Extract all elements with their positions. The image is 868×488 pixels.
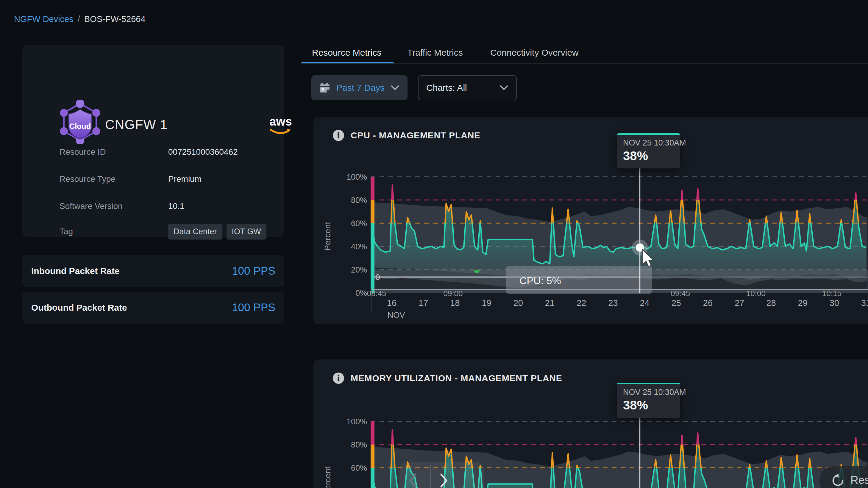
x-time-label: 10:00: [746, 289, 766, 298]
restart-icon: [831, 473, 845, 487]
x-day-label: 30: [830, 298, 839, 308]
breadcrumb-separator: /: [78, 14, 80, 24]
x-day-label: 21: [545, 298, 555, 308]
device-field-row: Resource ID007251000360462: [60, 147, 274, 157]
y-tick-label: 0%: [355, 289, 367, 298]
x-time-label: 09:45: [671, 289, 690, 298]
x-day-label: 31: [861, 298, 868, 308]
device-field-label: Resource ID: [60, 147, 168, 157]
device-field-label: Resource Type: [60, 174, 168, 184]
tab-connectivity-overview[interactable]: Connectivity Overview: [490, 47, 579, 58]
breadcrumb-current: BOS-FW-52664: [84, 14, 146, 24]
chevron-right-icon[interactable]: [439, 472, 449, 488]
charts-dropdown[interactable]: Charts: All: [418, 75, 517, 100]
x-day-label: 16: [387, 298, 397, 308]
x-month-label: NOV: [388, 311, 405, 320]
x-day-label: 29: [798, 298, 807, 308]
tab-resource-metrics[interactable]: Resource Metrics: [312, 47, 381, 58]
memory-chart-card: 16171819202122232425262728293031NOV0%20%…: [313, 359, 868, 488]
device-field-value: 10.1: [168, 201, 185, 211]
y-tick-label: 60%: [351, 219, 367, 228]
x-day-label: 26: [703, 298, 713, 308]
pager-divider: [430, 465, 431, 488]
stat-value: 100 PPS: [232, 265, 275, 277]
device-field-row: TagData CenterIOT GW: [60, 227, 274, 239]
tag-chip: Data Center: [168, 224, 222, 239]
tooltip-value: 38%: [623, 398, 680, 413]
stat-label: Inbound Packet Rate: [31, 266, 120, 276]
restart-button[interactable]: Restart: [819, 466, 868, 488]
info-icon[interactable]: i: [333, 130, 344, 141]
device-icon-label: Cloud: [69, 122, 91, 130]
y-axis-title: Percent: [323, 222, 332, 251]
device-field-value: 007251000360462: [168, 147, 238, 157]
memory-chart-title: MEMORY UTILIZATION - MANAGEMENT PLANE: [351, 373, 562, 383]
device-field-label: Tag: [60, 227, 168, 239]
tooltip-value: 38%: [623, 149, 680, 163]
aws-logo-icon: aws: [268, 113, 293, 138]
chevron-left-icon[interactable]: [408, 472, 418, 488]
y-tick-label: 40%: [351, 242, 367, 251]
stat-value: 100 PPS: [232, 301, 275, 314]
charts-dropdown-label: Charts: All: [426, 83, 467, 93]
device-name: CNGFW 1: [105, 117, 167, 132]
tooltip-timestamp: NOV 25 10:30AM: [623, 388, 680, 397]
date-range-label: Past 7 Days: [336, 83, 384, 93]
calendar-icon: [319, 82, 331, 93]
cpu-chart-title: CPU - MANAGEMENT PLANE: [351, 130, 480, 140]
x-day-label: 25: [672, 298, 681, 308]
x-day-label: 20: [514, 298, 523, 308]
svg-text:aws: aws: [269, 115, 292, 128]
x-day-label: 18: [450, 298, 460, 308]
hover-readout-text: CPU: 5%: [520, 275, 561, 286]
tooltip-timestamp: NOV 25 10:30AM: [623, 138, 680, 148]
cpu-hover-tooltip: NOV 25 10:30AM 38%: [617, 133, 680, 168]
device-field-row: Resource TypePremium: [60, 174, 274, 184]
x-day-label: 17: [418, 298, 428, 308]
x-day-label: 19: [482, 298, 491, 308]
y-tick-label: 100%: [346, 172, 367, 182]
cloud-shield-hexagon-icon: Cloud: [59, 100, 101, 144]
yaxis-band-critical: [371, 421, 374, 445]
yaxis-band-critical: [371, 177, 374, 200]
device-info-card: Cloud CNGFW 1 aws Resource ID00725100036…: [22, 45, 284, 237]
y-tick-label: 80%: [351, 441, 367, 449]
x-time-label: 08:45: [367, 289, 386, 298]
memory-hover-tooltip: NOV 25 10:30AM 38%: [617, 383, 680, 418]
x-day-label: 28: [766, 298, 776, 308]
y-tick-label: 60%: [351, 464, 367, 473]
breadcrumb: NGFW Devices / BOS-FW-52664: [14, 14, 146, 24]
yaxis-band-warning: [371, 200, 374, 223]
device-field-value: Premium: [168, 174, 202, 184]
inbound-packet-rate-card: Inbound Packet Rate100 PPS: [22, 255, 284, 287]
tag-chip: IOT GW: [226, 224, 267, 239]
cpu-chart-card: 008:4509:0009:4510:0010:1516171819202122…: [313, 117, 868, 324]
y-tick-label: 100%: [346, 417, 367, 426]
tab-traffic-metrics[interactable]: Traffic Metrics: [407, 47, 463, 58]
chart-pager: [400, 462, 484, 488]
chevron-down-icon: [391, 85, 400, 91]
date-range-dropdown[interactable]: Past 7 Days: [311, 75, 407, 100]
navigator-zero-label: 0: [375, 272, 380, 282]
y-tick-label: 80%: [351, 196, 367, 205]
cpu-chart-plot[interactable]: 008:4509:0009:4510:0010:1516171819202122…: [313, 117, 868, 324]
chevron-down-icon: [499, 85, 508, 91]
x-time-label: 09:00: [443, 289, 463, 298]
tab-strip-divider: [301, 63, 868, 64]
x-day-label: 22: [577, 298, 586, 308]
info-icon[interactable]: i: [333, 372, 344, 384]
y-tick-label: 20%: [351, 265, 367, 274]
restart-button-label: Restart: [850, 474, 868, 487]
stat-label: Outbound Packet Rate: [31, 303, 127, 313]
y-axis-title: Percent: [323, 466, 332, 488]
device-field-row: Software Version10.1: [60, 201, 274, 211]
x-day-label: 27: [735, 298, 744, 308]
y-tick-label: 40%: [351, 487, 367, 488]
x-day-label: 24: [640, 298, 649, 308]
yaxis-band-warning: [371, 445, 374, 468]
breadcrumb-parent-link[interactable]: NGFW Devices: [14, 14, 73, 24]
x-time-label: 10:15: [822, 289, 841, 298]
device-field-label: Software Version: [60, 201, 168, 211]
x-day-label: 23: [608, 298, 618, 308]
outbound-packet-rate-card: Outbound Packet Rate100 PPS: [22, 292, 284, 324]
